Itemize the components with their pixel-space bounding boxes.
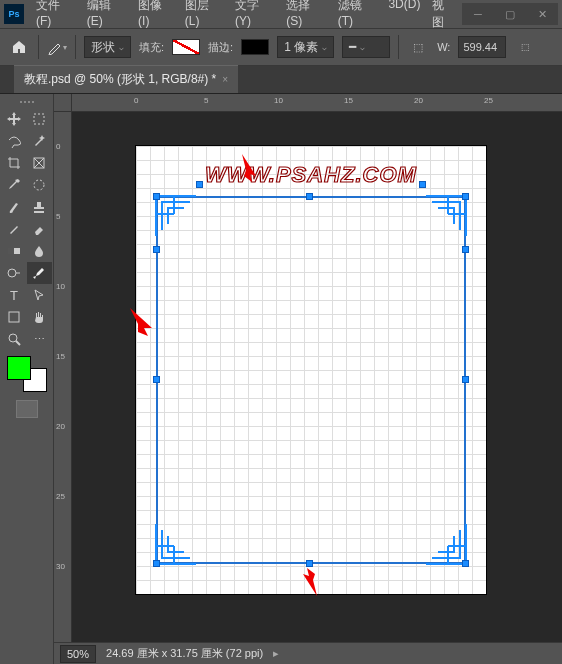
hand-tool[interactable]	[27, 306, 52, 328]
shape-tool[interactable]	[2, 306, 27, 328]
move-tool[interactable]	[2, 108, 27, 130]
annotation-arrow	[128, 306, 160, 338]
toolbox-grip[interactable]	[7, 98, 47, 106]
handle[interactable]	[462, 193, 469, 200]
lasso-tool[interactable]	[2, 130, 27, 152]
foreground-color[interactable]	[7, 356, 31, 380]
tab-strip: 教程.psd @ 50% (形状 1, RGB/8#) * ×	[0, 66, 562, 94]
handle[interactable]	[196, 181, 203, 188]
menu-3d[interactable]: 3D(D)	[382, 0, 426, 35]
svg-rect-7	[9, 312, 19, 322]
divider	[38, 35, 39, 59]
corner-ornament-tl[interactable]	[154, 194, 198, 238]
frame-tool[interactable]	[27, 152, 52, 174]
close-tab-icon[interactable]: ×	[222, 74, 228, 85]
gradient-tool[interactable]	[2, 240, 27, 262]
minimize-button[interactable]: ─	[462, 3, 494, 25]
titlebar: Ps 文件(F) 编辑(E) 图像(I) 图层(L) 文字(Y) 选择(S) 滤…	[0, 0, 562, 28]
window-controls: ─ ▢ ✕	[462, 3, 558, 25]
chevron-down-icon: ⌵	[119, 43, 124, 52]
pen-tool[interactable]	[27, 262, 52, 284]
menu-layer[interactable]: 图层(L)	[179, 0, 229, 35]
viewport[interactable]: WWW.PSAHZ.COM	[72, 112, 562, 642]
document-tab[interactable]: 教程.psd @ 50% (形状 1, RGB/8#) * ×	[14, 65, 238, 93]
handle[interactable]	[462, 560, 469, 567]
zoom-field[interactable]: 50%	[60, 645, 96, 663]
chain-icon[interactable]: ⬚	[407, 36, 429, 58]
handle[interactable]	[153, 376, 160, 383]
annotation-arrow	[291, 566, 323, 598]
handle[interactable]	[462, 376, 469, 383]
maximize-button[interactable]: ▢	[494, 3, 526, 25]
brush-tool[interactable]	[2, 196, 27, 218]
patch-tool[interactable]	[27, 174, 52, 196]
link-icon[interactable]: ⬚	[514, 36, 536, 58]
eraser-tool[interactable]	[27, 218, 52, 240]
corner-ornament-tr[interactable]	[424, 194, 468, 238]
ruler-corner	[54, 94, 72, 112]
home-icon[interactable]	[8, 36, 30, 58]
close-button[interactable]: ✕	[526, 3, 558, 25]
status-bar: 50% 24.69 厘米 x 31.75 厘米 (72 ppi) ▸	[54, 642, 562, 664]
doc-dimensions: 24.69 厘米 x 31.75 厘米 (72 ppi)	[106, 646, 263, 661]
menu-view[interactable]: 视图	[426, 0, 462, 35]
svg-rect-4	[8, 248, 14, 254]
color-swatches[interactable]	[5, 356, 49, 392]
width-field[interactable]: 599.44	[458, 36, 506, 58]
menu-edit[interactable]: 编辑(E)	[81, 0, 132, 35]
eyedropper-tool[interactable]	[2, 174, 27, 196]
dodge-tool[interactable]	[2, 262, 27, 284]
menu-text[interactable]: 文字(Y)	[229, 0, 280, 35]
menu-filter[interactable]: 滤镜(T)	[332, 0, 383, 35]
app-logo: Ps	[4, 4, 24, 24]
handle[interactable]	[462, 246, 469, 253]
shape-border[interactable]	[156, 196, 466, 564]
stroke-label: 描边:	[208, 40, 233, 55]
text-tool[interactable]: T	[2, 284, 27, 306]
stroke-width-field[interactable]: 1 像素⌵	[277, 36, 334, 58]
ruler-vertical[interactable]: 0 5 10 15 20 25 30	[54, 112, 72, 664]
stroke-swatch[interactable]	[241, 39, 269, 55]
handle[interactable]	[153, 193, 160, 200]
quickmask-row	[16, 400, 38, 418]
handle[interactable]	[153, 560, 160, 567]
handle[interactable]	[306, 193, 313, 200]
more-tools[interactable]: ⋯	[27, 328, 52, 350]
status-caret-icon[interactable]: ▸	[273, 647, 279, 660]
stroke-style-dropdown[interactable]: ━⌵	[342, 36, 390, 58]
handle[interactable]	[419, 181, 426, 188]
pen-tool-indicator[interactable]: ▾	[47, 37, 67, 57]
toolbox: T ⋯	[0, 94, 54, 664]
history-brush-tool[interactable]	[2, 218, 27, 240]
magic-wand-tool[interactable]	[27, 130, 52, 152]
divider	[75, 35, 76, 59]
document-canvas[interactable]: WWW.PSAHZ.COM	[136, 146, 486, 594]
menu-select[interactable]: 选择(S)	[280, 0, 331, 35]
artboard-tool[interactable]	[27, 108, 52, 130]
standard-mode[interactable]	[16, 400, 38, 418]
workspace: T ⋯ 0 5 10 15 20 25 0 5 10 15 20 25 30	[0, 94, 562, 664]
menu-image[interactable]: 图像(I)	[132, 0, 179, 35]
menu-file[interactable]: 文件(F)	[30, 0, 81, 35]
menubar: 文件(F) 编辑(E) 图像(I) 图层(L) 文字(Y) 选择(S) 滤镜(T…	[30, 0, 462, 35]
fill-label: 填充:	[139, 40, 164, 55]
ruler-horizontal[interactable]: 0 5 10 15 20 25	[72, 94, 562, 112]
handle[interactable]	[153, 246, 160, 253]
svg-text:T: T	[10, 288, 18, 302]
svg-rect-0	[34, 114, 44, 124]
path-select-tool[interactable]	[27, 284, 52, 306]
crop-tool[interactable]	[2, 152, 27, 174]
width-label: W:	[437, 41, 450, 53]
canvas-area: 0 5 10 15 20 25 0 5 10 15 20 25 30 WWW.P…	[54, 94, 562, 664]
svg-point-8	[9, 334, 17, 342]
annotation-arrow	[236, 152, 268, 184]
mode-dropdown[interactable]: 形状⌵	[84, 36, 131, 58]
blur-tool[interactable]	[27, 240, 52, 262]
corner-ornament-bl[interactable]	[154, 522, 198, 566]
stamp-tool[interactable]	[27, 196, 52, 218]
svg-point-2	[34, 180, 44, 190]
zoom-tool[interactable]	[2, 328, 27, 350]
svg-point-5	[8, 269, 16, 277]
divider	[398, 35, 399, 59]
fill-swatch[interactable]	[172, 39, 200, 55]
